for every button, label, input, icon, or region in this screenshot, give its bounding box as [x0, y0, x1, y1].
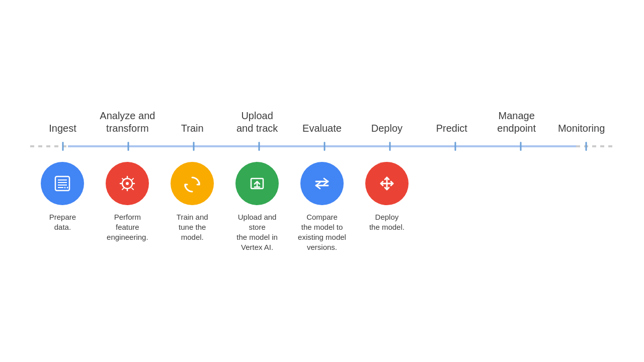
step-ingest: Prepare data.	[30, 162, 95, 233]
step-upload: Upload and store the model in Vertex AI.	[225, 162, 290, 253]
upload-icon	[246, 172, 268, 195]
step-deploy: Deploy the model.	[354, 162, 419, 233]
step-analyze: Perform feature engineering.	[95, 162, 160, 243]
label-manage: Manage endpoint	[484, 110, 549, 135]
circle-ingest	[41, 162, 84, 205]
tick-5	[389, 142, 391, 151]
circle-evaluate	[300, 162, 344, 205]
analyze-icon	[116, 172, 138, 195]
evaluate-icon	[311, 172, 333, 195]
desc-train: Train and tune the model.	[177, 212, 208, 243]
tick-8	[586, 142, 587, 151]
desc-analyze: Perform feature engineering.	[107, 212, 148, 243]
tick-2	[193, 142, 195, 151]
label-predict: Predict	[419, 122, 484, 135]
pipeline-container: Ingest Analyze and transform Train Uploa…	[0, 0, 644, 362]
ingest-icon	[51, 172, 73, 195]
tick-3	[259, 142, 260, 151]
svg-point-6	[64, 187, 66, 188]
desc-deploy: Deploy the model.	[369, 212, 405, 233]
circle-analyze	[106, 162, 149, 205]
dashed-right	[576, 145, 614, 147]
label-evaluate: Evaluate	[290, 122, 355, 135]
circles-row: Prepare data. Perform feature engineerin	[30, 162, 614, 253]
tick-6	[455, 142, 456, 151]
tick-1	[128, 142, 129, 151]
label-analyze: Analyze and transform	[95, 110, 160, 135]
tick-0	[62, 142, 64, 151]
svg-point-5	[67, 187, 68, 188]
label-train: Train	[160, 122, 225, 135]
deploy-icon	[376, 172, 398, 195]
desc-ingest: Prepare data.	[49, 212, 76, 233]
timeline-row	[30, 139, 614, 154]
desc-evaluate: Compare the model to existing model vers…	[298, 212, 346, 253]
label-ingest: Ingest	[30, 122, 95, 135]
solid-line	[68, 145, 576, 147]
circle-deploy	[365, 162, 409, 205]
step-train: Train and tune the model.	[160, 162, 225, 243]
tick-7	[520, 142, 522, 151]
circle-train	[171, 162, 214, 205]
svg-rect-0	[55, 176, 69, 191]
label-monitoring: Monitoring	[549, 122, 614, 135]
train-icon	[181, 172, 203, 195]
tick-4	[324, 142, 326, 151]
circle-upload	[235, 162, 279, 205]
step-evaluate: Compare the model to existing model vers…	[290, 162, 355, 253]
label-upload: Upload and track	[225, 110, 290, 135]
label-deploy: Deploy	[354, 122, 419, 135]
labels-row: Ingest Analyze and transform Train Uploa…	[30, 110, 614, 135]
svg-point-8	[126, 182, 129, 185]
desc-upload: Upload and store the model in Vertex AI.	[229, 212, 285, 253]
